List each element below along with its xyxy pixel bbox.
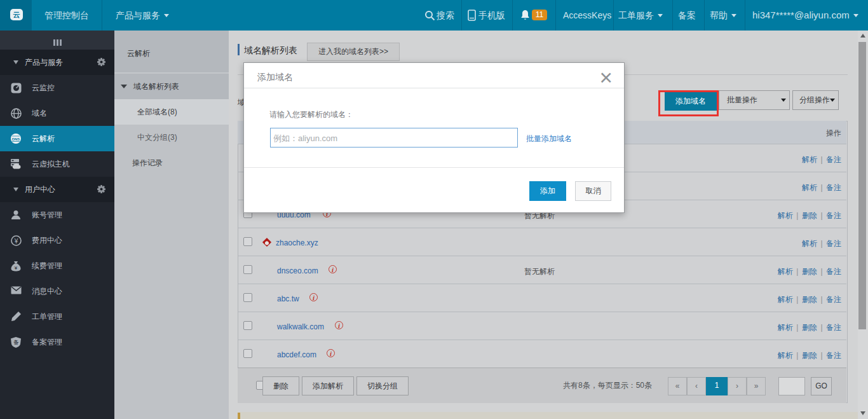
svg-text:¥: ¥: [14, 265, 18, 271]
svg-text:DNS: DNS: [12, 137, 20, 141]
svg-text:¥: ¥: [14, 238, 18, 245]
svg-text:备: 备: [13, 340, 19, 345]
